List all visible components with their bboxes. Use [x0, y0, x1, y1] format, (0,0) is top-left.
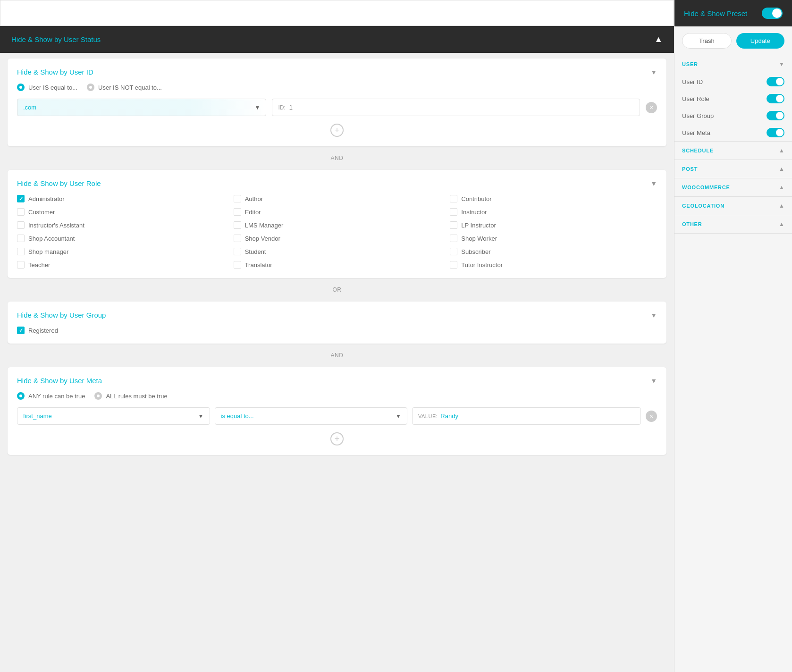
value-text: Randy — [440, 412, 458, 420]
role-editor-checkbox[interactable] — [234, 208, 241, 216]
role-tutor-instructor-checkbox[interactable] — [450, 261, 457, 269]
role-editor[interactable]: Editor — [234, 208, 441, 216]
role-instructor-checkbox[interactable] — [450, 208, 457, 216]
role-author-checkbox[interactable] — [234, 195, 241, 202]
user-is-not-equal-option[interactable]: User IS NOT equal to... — [87, 84, 162, 91]
schedule-section-header[interactable]: SCHEDULE ▲ — [674, 142, 792, 160]
user-id-card-header: Hide & Show by User ID ▼ — [17, 68, 657, 76]
geolocation-section-chevron: ▲ — [779, 202, 784, 209]
role-tutor-instructor-label: Tutor Instructor — [461, 261, 503, 269]
meta-input-row: first_name ▼ is equal to... ▼ VALUE: Ran… — [17, 407, 657, 425]
role-lp-instructor[interactable]: LP Instructor — [450, 221, 657, 229]
post-section-chevron: ▲ — [779, 166, 784, 172]
user-section-header[interactable]: USER ▼ — [674, 55, 792, 73]
post-section-title: POST — [682, 166, 698, 172]
role-subscriber-checkbox[interactable] — [450, 248, 457, 255]
user-is-equal-option[interactable]: User IS equal to... — [17, 84, 77, 91]
user-id-chevron[interactable]: ▼ — [650, 68, 657, 76]
role-translator-checkbox[interactable] — [234, 261, 241, 269]
role-student-checkbox[interactable] — [234, 248, 241, 255]
user-id-card: Hide & Show by User ID ▼ User IS equal t… — [8, 59, 666, 146]
role-shop-vendor[interactable]: Shop Vendor — [234, 235, 441, 242]
id-input[interactable]: ID: 1 — [272, 99, 640, 116]
update-button[interactable]: Update — [736, 33, 785, 49]
group-registered[interactable]: Registered — [17, 327, 224, 334]
role-instructor[interactable]: Instructor — [450, 208, 657, 216]
role-instructor-label: Instructor — [461, 209, 487, 216]
any-rule-radio[interactable] — [17, 392, 25, 400]
user-meta-title: Hide & Show by User Meta — [17, 377, 102, 385]
main-header: Hide & Show by User Status ▲ — [0, 26, 674, 53]
main-header-title: Hide & Show by User Status — [11, 35, 101, 43]
role-customer[interactable]: Customer — [17, 208, 224, 216]
role-contributor[interactable]: Contributor — [450, 195, 657, 202]
preset-toggle[interactable] — [762, 8, 783, 19]
other-section-header[interactable]: OTHER ▲ — [674, 215, 792, 233]
user-is-equal-label: User IS equal to... — [28, 84, 77, 91]
all-rules-label: ALL rules must be true — [106, 393, 167, 400]
meta-operator-select[interactable]: is equal to... ▼ — [215, 407, 408, 425]
connector-and-1: AND — [0, 152, 674, 164]
role-shop-vendor-checkbox[interactable] — [234, 235, 241, 242]
rp-user-meta-toggle[interactable] — [767, 128, 784, 137]
role-shop-accountant[interactable]: Shop Accountant — [17, 235, 224, 242]
meta-key-select[interactable]: first_name ▼ — [17, 407, 210, 425]
role-tutor-instructor[interactable]: Tutor Instructor — [450, 261, 657, 269]
rp-user-role-item: User Role — [674, 90, 792, 107]
trash-button[interactable]: Trash — [682, 33, 732, 49]
woocommerce-section: WOOCOMMERCE ▲ — [674, 178, 792, 197]
role-shop-manager-checkbox[interactable] — [17, 248, 25, 255]
role-administrator-checkbox[interactable] — [17, 195, 25, 202]
clear-id-button[interactable]: × — [646, 102, 657, 113]
user-group-chevron[interactable]: ▼ — [650, 311, 657, 319]
user-meta-chevron[interactable]: ▼ — [650, 377, 657, 385]
group-checkbox-grid: Registered — [17, 327, 657, 334]
role-lms-manager-checkbox[interactable] — [234, 221, 241, 229]
post-section-header[interactable]: POST ▲ — [674, 160, 792, 178]
group-registered-checkbox[interactable] — [17, 327, 25, 334]
rp-user-id-toggle[interactable] — [767, 77, 784, 86]
user-is-not-equal-radio[interactable] — [87, 84, 94, 91]
rp-user-role-toggle[interactable] — [767, 94, 784, 103]
role-subscriber[interactable]: Subscriber — [450, 248, 657, 255]
right-panel-header: Hide & Show Preset — [674, 0, 792, 26]
add-meta-rule-button[interactable]: + — [17, 432, 657, 445]
user-is-equal-radio[interactable] — [17, 84, 25, 91]
geolocation-section-header[interactable]: GEOLOCATION ▲ — [674, 197, 792, 215]
woocommerce-section-header[interactable]: WOOCOMMERCE ▲ — [674, 178, 792, 196]
role-author[interactable]: Author — [234, 195, 441, 202]
role-contributor-checkbox[interactable] — [450, 195, 457, 202]
geolocation-section-title: GEOLOCATION — [682, 203, 725, 209]
connector-and-2: AND — [0, 349, 674, 361]
role-shop-worker[interactable]: Shop Worker — [450, 235, 657, 242]
user-role-chevron[interactable]: ▼ — [650, 180, 657, 187]
connector-or-1: OR — [0, 284, 674, 296]
role-lp-instructor-checkbox[interactable] — [450, 221, 457, 229]
meta-value-input[interactable]: VALUE: Randy — [412, 407, 641, 425]
add-user-id-button[interactable]: + — [17, 124, 657, 137]
any-rule-option[interactable]: ANY rule can be true — [17, 392, 85, 400]
clear-meta-button[interactable]: × — [646, 411, 657, 422]
all-rules-radio[interactable] — [94, 392, 102, 400]
all-rules-option[interactable]: ALL rules must be true — [94, 392, 167, 400]
role-instructors-assistant[interactable]: Instructor's Assistant — [17, 221, 224, 229]
role-contributor-label: Contributor — [461, 195, 491, 202]
role-lms-manager[interactable]: LMS Manager — [234, 221, 441, 229]
role-instructors-assistant-checkbox[interactable] — [17, 221, 25, 229]
role-administrator[interactable]: Administrator — [17, 195, 224, 202]
role-translator[interactable]: Translator — [234, 261, 441, 269]
role-shop-manager[interactable]: Shop manager — [17, 248, 224, 255]
role-teacher-checkbox[interactable] — [17, 261, 25, 269]
role-shop-worker-checkbox[interactable] — [450, 235, 457, 242]
role-shop-manager-label: Shop manager — [28, 248, 68, 255]
preset-title-input[interactable]: Geolocation Preset — [10, 8, 664, 18]
user-group-card: Hide & Show by User Group ▼ Registered — [8, 302, 666, 344]
main-header-chevron[interactable]: ▲ — [654, 34, 663, 44]
domain-selector[interactable]: .com ▼ — [17, 99, 266, 116]
role-customer-checkbox[interactable] — [17, 208, 25, 216]
role-shop-accountant-checkbox[interactable] — [17, 235, 25, 242]
other-section-title: OTHER — [682, 221, 702, 227]
role-student[interactable]: Student — [234, 248, 441, 255]
rp-user-group-toggle[interactable] — [767, 111, 784, 120]
role-teacher[interactable]: Teacher — [17, 261, 224, 269]
